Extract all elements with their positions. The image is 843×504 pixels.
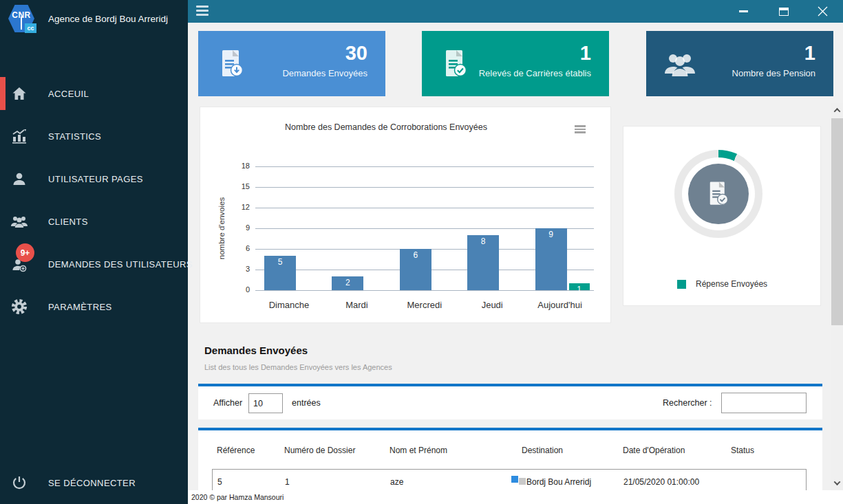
bar-chart-icon (10, 127, 28, 145)
column-header-destination[interactable]: Destination (522, 446, 563, 455)
stat-card-releves-carrieres: 1 Relevés de Carrières établis (422, 31, 609, 96)
chart-bar: 9 (535, 228, 567, 290)
cnr-hexagon-logo: CNR cc (8, 5, 34, 32)
gear-icon (10, 298, 28, 316)
y-tick-label: 18 (231, 162, 250, 170)
sidebar-item-parametres[interactable]: PARAMÈTRES (0, 285, 188, 328)
copyright-text: 2020 © par Hamza Mansouri (191, 493, 284, 501)
scroll-up-button[interactable] (831, 105, 843, 116)
people-group-icon (663, 47, 696, 80)
y-tick-label: 9 (231, 223, 250, 232)
chart-bar-secondary: 1 (569, 283, 590, 290)
sidebar-item-label: DEMANDES DES UTILISATEURS (48, 259, 193, 270)
stat-label: Relevés de Carrières établis (479, 68, 591, 78)
legend-swatch (677, 280, 686, 289)
chart-bar: 5 (264, 256, 296, 290)
y-tick-label: 6 (231, 244, 250, 252)
bar-value-label: 2 (332, 278, 363, 287)
users-group-icon (10, 212, 28, 230)
stat-label: Nombre des Pension (732, 68, 815, 78)
sidebar-menu: ACCEUIL STATISTICS UTILISATEUR PAGES (0, 72, 188, 328)
table-row[interactable]: 5 1 aze Bordj Bou Arreridj 21/05/2020 01… (212, 469, 807, 490)
hamburger-icon[interactable] (196, 6, 209, 18)
column-header-date[interactable]: Date d'Opération (623, 446, 685, 455)
table-controls-card: Afficher entrées Rechercher : (198, 384, 822, 419)
bar-value-label: 8 (467, 237, 499, 246)
section-subtitle: List des tous les Demandes Envoyées vers… (204, 363, 392, 371)
sidebar-item-statistics[interactable]: STATISTICS (0, 115, 188, 157)
column-header-nom[interactable]: Nom et Prénom (390, 446, 447, 455)
column-header-status[interactable]: Status (731, 446, 754, 455)
chart-gridline (255, 208, 594, 208)
chart-card: Nombre des Demandes de Corroborations En… (200, 107, 611, 323)
chart-y-axis-title: nombre d'envoies (217, 197, 226, 259)
sidebar-item-demandes-utilisateurs[interactable]: 9+ DEMANDES DES UTILISATEURS (0, 243, 188, 285)
legend-label: Répense Envoyées (696, 279, 767, 289)
stat-label: Demandes Envoyées (282, 68, 367, 78)
flag-placeholder-icon (511, 476, 518, 483)
cell-destination: Bordj Bou Arreridj (511, 477, 591, 487)
x-axis-label: Jeudi (482, 300, 503, 310)
sidebar-item-acceuil[interactable]: ACCEUIL (0, 72, 188, 115)
y-tick-label: 0 (231, 285, 250, 294)
gauge-center (688, 164, 749, 224)
sidebar-item-utilisateur-pages[interactable]: UTILISATEUR PAGES (0, 157, 188, 200)
scroll-down-button[interactable] (831, 477, 843, 489)
entries-count-input[interactable] (248, 393, 283, 413)
y-tick-label: 15 (231, 182, 250, 190)
gauge-ring (674, 150, 762, 238)
stat-value: 1 (479, 42, 591, 64)
gauge-ring-hole (682, 157, 755, 230)
chart-bar: 8 (467, 235, 499, 290)
x-axis-label: Mardi (345, 300, 368, 310)
stat-card-demandes-envoyees: 30 Demandes Envoyées (198, 31, 385, 96)
minimize-button[interactable] (732, 0, 755, 23)
document-download-icon (215, 47, 248, 80)
column-header-reference[interactable]: Référence (217, 446, 255, 455)
gauge-legend: Répense Envoyées (677, 279, 767, 289)
cell-nom: aze (390, 477, 403, 487)
sidebar-item-label: ACCEUIL (48, 89, 89, 99)
maximize-icon (779, 8, 789, 16)
status-bar: 2020 © par Hamza Mansouri (188, 490, 843, 504)
logo-row: CNR cc Agence de Bordj Bou Arreridj (0, 0, 188, 37)
power-icon (10, 474, 28, 492)
sidebar-item-label: STATISTICS (48, 131, 101, 142)
stat-card-nombre-pension: 1 Nombre des Pension (646, 31, 833, 96)
sidebar-item-label: SE DÉCONNECTER (48, 478, 136, 488)
chart-gridline (255, 187, 594, 188)
demandes-table-card: Référence Numéro de Dossier Nom et Préno… (198, 428, 822, 490)
sidebar-item-label: CLIENTS (48, 217, 88, 227)
stat-value: 1 (732, 42, 815, 64)
sidebar-item-label: PARAMÈTRES (48, 302, 112, 312)
vertical-scrollbar[interactable] (831, 103, 843, 490)
search-label: Rechercher : (663, 398, 712, 408)
chart-bar: 6 (400, 249, 431, 290)
chart-gridline (255, 166, 594, 167)
agency-name: Agence de Bordj Bou Arreridj (48, 14, 168, 24)
chart-title: Nombre des Demandes de Corroborations En… (200, 122, 572, 132)
chevron-down-icon (834, 479, 841, 485)
main-content: 30 Demandes Envoyées 1 Relevés de Carriè… (188, 23, 843, 490)
chevron-up-icon (834, 108, 841, 115)
y-tick-label: 12 (231, 203, 250, 211)
entries-suffix-label: entrées (292, 398, 321, 408)
flag-placeholder-icon (519, 478, 526, 485)
destination-text: Bordj Bou Arreridj (526, 477, 591, 487)
x-axis-label: Aujourd'hui (537, 300, 582, 310)
cell-dossier: 1 (285, 477, 290, 487)
maximize-button[interactable] (772, 0, 796, 23)
chart-bar: 2 (332, 276, 363, 290)
sidebar-item-clients[interactable]: CLIENTS (0, 200, 188, 243)
scrollbar-thumb[interactable] (831, 118, 843, 325)
home-icon (10, 85, 28, 102)
chart-menu-icon[interactable] (575, 125, 586, 135)
search-input[interactable] (721, 393, 807, 413)
chart-gridline (255, 290, 594, 291)
column-header-dossier[interactable]: Numéro de Dossier (284, 446, 355, 455)
bar-value-label: 1 (569, 285, 590, 294)
close-button[interactable] (811, 0, 834, 23)
notification-badge: 9+ (16, 243, 34, 262)
sidebar-item-logout[interactable]: SE DÉCONNECTER (0, 461, 188, 504)
gauge-card: Répense Envoyées (623, 126, 821, 306)
